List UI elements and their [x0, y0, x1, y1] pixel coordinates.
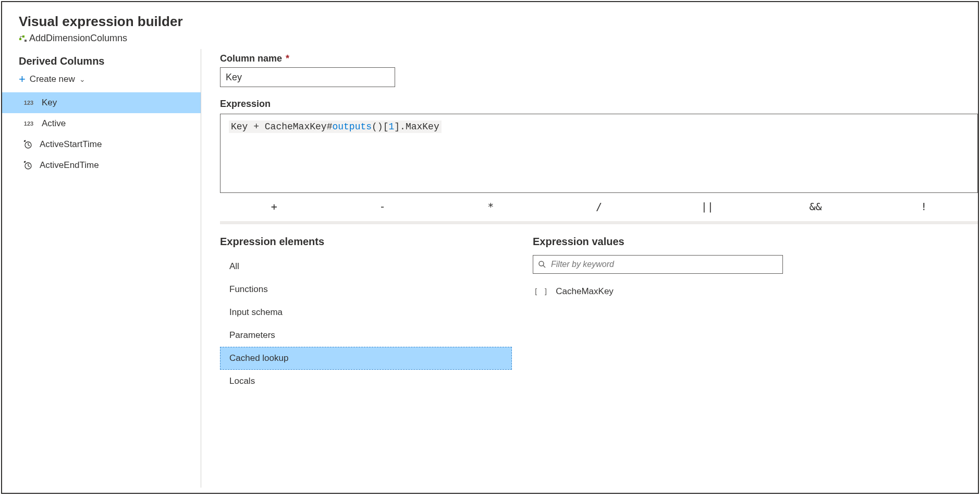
operator-button[interactable]: + — [220, 198, 328, 215]
column-name-label: Column name * — [220, 53, 978, 64]
create-new-button[interactable]: + Create new ⌄ — [2, 71, 102, 92]
operator-button[interactable]: - — [328, 198, 437, 215]
operator-button[interactable]: ! — [869, 198, 978, 215]
dataflow-step-icon — [19, 34, 27, 43]
expression-value-label: CacheMaxKey — [556, 286, 614, 297]
svg-point-5 — [539, 261, 544, 266]
column-name-input[interactable] — [220, 67, 395, 87]
numeric-type-badge: 123 — [23, 100, 34, 106]
expression-text: Key + CacheMaxKey#outputs()[1].MaxKey — [229, 120, 442, 133]
derived-column-item[interactable]: ActiveStartTime — [2, 134, 201, 155]
lower-panels: Expression elements AllFunctionsInput sc… — [220, 224, 978, 488]
chevron-down-icon: ⌄ — [79, 75, 85, 83]
derived-column-name: ActiveStartTime — [40, 139, 102, 150]
expression-element-item[interactable]: Parameters — [220, 324, 512, 347]
numeric-type-badge: 123 — [23, 120, 34, 127]
expression-values-heading: Expression values — [533, 236, 965, 248]
operator-button[interactable]: * — [436, 198, 545, 215]
operator-button[interactable]: || — [653, 198, 762, 215]
timestamp-icon — [23, 161, 32, 170]
svg-line-6 — [543, 265, 545, 268]
create-new-label: Create new — [30, 74, 75, 84]
operator-toolbar: +-*/||&&! — [220, 193, 978, 221]
derived-columns-list: 123Key123ActiveActiveStartTimeActiveEndT… — [2, 92, 201, 176]
expression-elements-panel: Expression elements AllFunctionsInput sc… — [220, 236, 512, 488]
timestamp-icon — [23, 140, 32, 149]
expression-label: Expression — [220, 99, 978, 110]
expression-token: 1 — [388, 122, 394, 132]
breadcrumb-label: AddDimensionColumns — [29, 33, 127, 44]
svg-rect-2 — [24, 40, 27, 42]
array-type-icon: [ ] — [534, 287, 548, 296]
expression-elements-heading: Expression elements — [220, 236, 512, 248]
expression-section: Expression Key + CacheMaxKey#outputs()[1… — [220, 99, 978, 221]
expression-token: ()[ — [372, 122, 388, 132]
sidebar: Derived Columns + Create new ⌄ 123Key123… — [2, 49, 201, 488]
operator-button[interactable]: / — [545, 198, 653, 215]
breadcrumb: AddDimensionColumns — [19, 33, 961, 44]
plus-icon: + — [19, 74, 26, 85]
expression-element-item[interactable]: Functions — [220, 278, 512, 301]
expression-token: ].MaxKey — [394, 122, 439, 132]
derived-column-name: ActiveEndTime — [40, 160, 99, 171]
expression-value-item[interactable]: [ ]CacheMaxKey — [533, 284, 965, 299]
search-icon — [538, 260, 546, 269]
expression-element-item[interactable]: All — [220, 255, 512, 278]
expression-values-panel: Expression values [ ]CacheMaxKey — [533, 236, 978, 488]
derived-column-name: Active — [42, 118, 66, 129]
column-name-field: Column name * — [220, 53, 978, 87]
derived-column-name: Key — [42, 98, 57, 108]
derived-column-item[interactable]: 123Key — [2, 92, 201, 113]
filter-search-wrap — [533, 255, 965, 274]
expression-element-item[interactable]: Input schema — [220, 301, 512, 324]
required-indicator: * — [286, 53, 289, 64]
derived-column-item[interactable]: 123Active — [2, 113, 201, 134]
app-frame: Visual expression builder AddDimensionCo… — [1, 1, 979, 494]
page-title: Visual expression builder — [19, 14, 961, 30]
expression-values-list: [ ]CacheMaxKey — [533, 284, 965, 299]
derived-column-item[interactable]: ActiveEndTime — [2, 155, 201, 176]
expression-elements-list: AllFunctionsInput schemaParametersCached… — [220, 255, 512, 393]
header: Visual expression builder AddDimensionCo… — [2, 2, 978, 49]
operator-button[interactable]: && — [762, 198, 870, 215]
sidebar-heading: Derived Columns — [2, 53, 201, 71]
body: Derived Columns + Create new ⌄ 123Key123… — [2, 49, 978, 488]
expression-token: Key + CacheMaxKey# — [231, 122, 332, 132]
expression-element-item[interactable]: Cached lookup — [220, 347, 512, 370]
expression-token: outputs — [332, 122, 372, 132]
filter-keyword-input[interactable] — [533, 255, 783, 274]
expression-editor[interactable]: Key + CacheMaxKey#outputs()[1].MaxKey — [220, 114, 978, 193]
expression-element-item[interactable]: Locals — [220, 370, 512, 393]
main-panel: Column name * Expression Key + CacheMaxK… — [201, 49, 978, 488]
